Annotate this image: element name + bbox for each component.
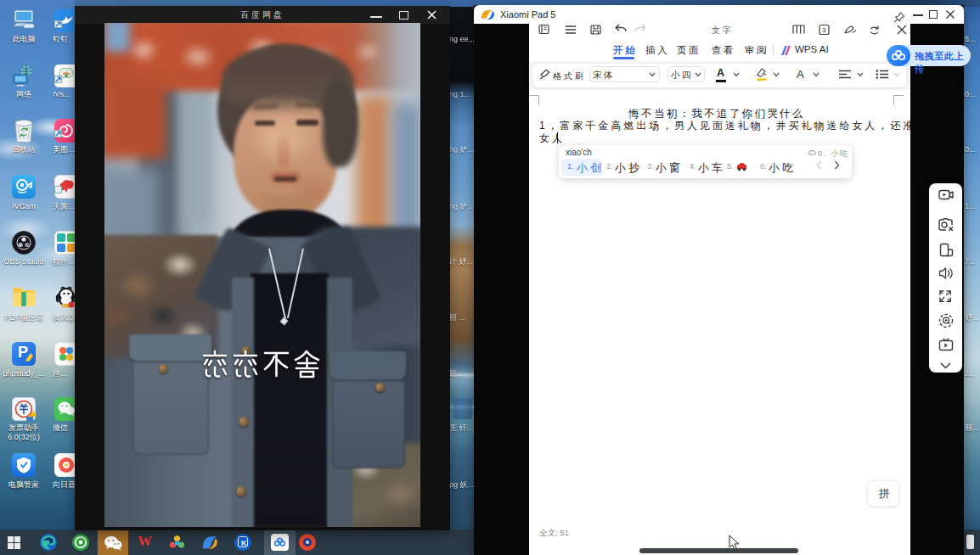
svg-text:3: 3: [822, 26, 826, 34]
